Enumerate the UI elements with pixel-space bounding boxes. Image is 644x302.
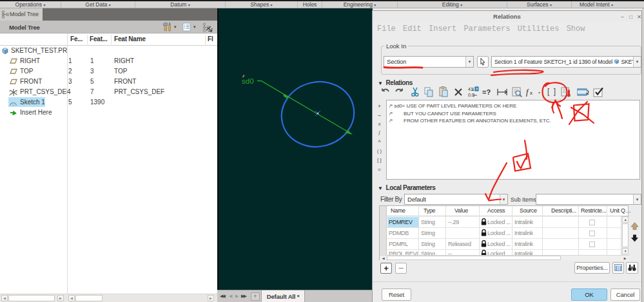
- svg-text:41: 41: [468, 87, 473, 91]
- svg-text:0.0: 0.0: [468, 93, 474, 97]
- svg-text:x: x: [16, 90, 17, 93]
- svg-text:x: x: [530, 90, 532, 96]
- svg-text:z: z: [9, 93, 10, 97]
- svg-text:sd0: sd0: [242, 77, 254, 85]
- svg-text:f: f: [526, 88, 529, 97]
- svg-text:y: y: [9, 89, 10, 92]
- svg-text:=?: =?: [482, 88, 491, 96]
